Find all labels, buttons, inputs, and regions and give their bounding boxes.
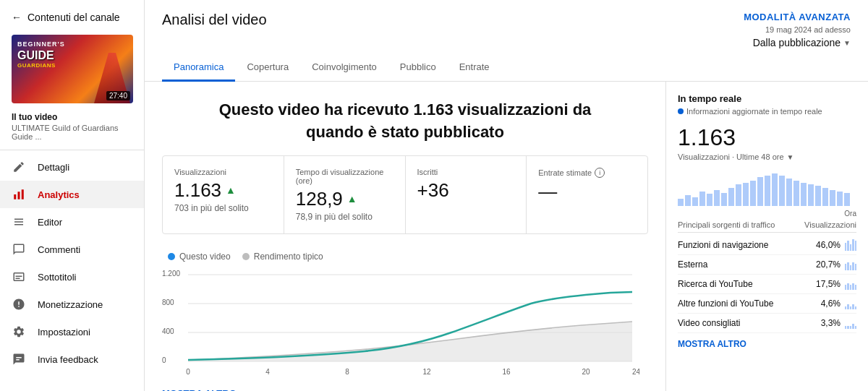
svg-rect-26: [736, 184, 741, 206]
sidebar-item-impostazioni[interactable]: Impostazioni: [0, 318, 144, 345]
sidebar-label-feedback: Invia feedback: [38, 354, 98, 365]
video-duration: 27:40: [106, 91, 130, 100]
tab-entrate[interactable]: Entrate: [448, 54, 501, 82]
chart-time-label: Ora: [678, 210, 856, 218]
stat-label-entrate: Entrate stimate i: [538, 168, 636, 178]
analytics-icon: [12, 188, 26, 201]
realtime-meta: Visualizzazioni · Ultime 48 ore ▼: [678, 152, 856, 161]
show-more-right-button[interactable]: MOSTRA ALTRO: [678, 333, 746, 355]
tab-copertura[interactable]: Copertura: [235, 54, 300, 82]
stat-delta-tempo: 78,9 in più del solito: [296, 212, 393, 222]
tab-coinvolgimento[interactable]: Coinvolgimento: [300, 54, 388, 82]
video-sublabel: ULTIMATE Guild of Guardians Guide ...: [0, 124, 144, 147]
tab-pubblico[interactable]: Pubblico: [388, 54, 448, 82]
editor-icon: [12, 215, 26, 228]
tab-bar: Panoramica Copertura Coinvolgimento Pubb…: [145, 54, 868, 82]
legend-label-typical: Rendimento tipico: [254, 252, 323, 262]
main-headline: Questo video ha ricevuto 1.163 visualizz…: [162, 82, 648, 155]
svg-rect-22: [707, 194, 712, 206]
traffic-row-pct: 46,0%: [816, 240, 841, 250]
traffic-row-name: Funzioni di navigazione: [678, 240, 816, 250]
svg-rect-24: [721, 193, 727, 206]
traffic-row-pct: 3,3%: [821, 318, 841, 328]
stat-visualizzazioni: Visualizzazioni 1.163 ▲ 703 in più del s…: [163, 156, 284, 233]
info-icon[interactable]: i: [595, 168, 605, 178]
edit-icon: [12, 160, 26, 173]
up-arrow-tempo: ▲: [347, 193, 357, 205]
realtime-title: In tempo reale: [678, 93, 856, 104]
sidebar-label-analytics: Analytics: [38, 189, 80, 200]
traffic-bar-mini: [845, 239, 856, 251]
svg-rect-28: [750, 181, 756, 206]
chart-legend: Questo video Rendimento tipico: [162, 252, 648, 267]
back-label: Contenuti del canale: [27, 12, 120, 23]
traffic-row-pct: 20,7%: [816, 259, 841, 270]
stat-delta-viz: 703 in più del solito: [174, 203, 272, 213]
svg-text:800: 800: [162, 298, 174, 306]
svg-rect-21: [699, 192, 705, 206]
stat-label-viz: Visualizzazioni: [174, 168, 272, 176]
back-button[interactable]: ← Contenuti del canale: [0, 6, 144, 29]
back-icon: ←: [12, 12, 22, 23]
sidebar-item-editor[interactable]: Editor: [0, 208, 144, 236]
svg-text:1.200: 1.200: [162, 270, 180, 278]
traffic-row: Esterna 20,7%: [678, 255, 856, 275]
sidebar-item-sottotitoli[interactable]: Sottotitoli: [0, 263, 144, 291]
realtime-sub-label: Informazioni aggiornate in tempo reale: [686, 107, 822, 116]
legend-this-video: Questo video: [168, 252, 231, 262]
svg-rect-25: [728, 188, 734, 206]
mini-chart: Ora: [678, 170, 856, 206]
svg-rect-0: [14, 194, 16, 199]
svg-rect-31: [772, 173, 778, 206]
video-thumbnail[interactable]: BEGINNER'S GUIDE GUARDIANS 27:40: [12, 35, 133, 103]
realtime-meta-label: Visualizzazioni · Ultime 48 ore: [678, 152, 784, 161]
realtime-chevron-icon[interactable]: ▼: [787, 153, 794, 161]
traffic-row-pct: 17,5%: [816, 279, 841, 289]
svg-rect-20: [692, 197, 698, 206]
traffic-row-name: Ricerca di YouTube: [678, 279, 816, 289]
svg-rect-30: [765, 176, 770, 206]
traffic-col-value: Visualizzazioni: [804, 220, 856, 229]
svg-text:16: 16: [502, 368, 511, 376]
sidebar-label-monetizzazione: Monetizzazione: [38, 299, 103, 310]
sidebar-item-analytics[interactable]: Analytics: [0, 181, 144, 208]
traffic-row: Altre funzioni di YouTube 4,6%: [678, 294, 856, 314]
video-label: Il tuo video: [0, 109, 144, 124]
svg-rect-32: [779, 176, 785, 206]
svg-rect-23: [714, 190, 720, 206]
chevron-down-icon: ▼: [843, 39, 851, 47]
svg-rect-1: [18, 192, 20, 199]
traffic-row-pct: 4,6%: [821, 298, 841, 309]
traffic-bar-mini: [845, 317, 856, 329]
show-more-button[interactable]: MOSTRA ALTRO: [162, 385, 237, 391]
tab-panoramica[interactable]: Panoramica: [162, 54, 235, 82]
chart-area: Questo video Rendimento tipico 1.200 800: [162, 246, 648, 391]
svg-text:0: 0: [162, 356, 166, 364]
advanced-mode-button[interactable]: MODALITÀ AVANZATA: [744, 12, 851, 22]
sidebar-label-sottotitoli: Sottotitoli: [38, 272, 76, 283]
legend-dot-typical: [242, 253, 250, 260]
stat-iscritti: Iscritti +36: [406, 156, 527, 233]
traffic-row-name: Video consigliati: [678, 318, 821, 328]
traffic-bar-mini: [845, 259, 856, 270]
sidebar-label-dettagli: Dettagli: [38, 162, 69, 173]
sidebar-item-feedback[interactable]: Invia feedback: [0, 345, 144, 373]
stat-value-entrate: —: [538, 181, 636, 203]
traffic-table: Funzioni di navigazione 46,0% Esterna 20…: [678, 236, 856, 333]
sidebar-item-monetizzazione[interactable]: Monetizzazione: [0, 291, 144, 318]
stat-value-iscritti: +36: [417, 179, 515, 202]
traffic-col-name: Principali sorgenti di traffico: [678, 220, 775, 229]
sidebar-item-dettagli[interactable]: Dettagli: [0, 153, 144, 181]
sidebar-divider: [0, 150, 144, 150]
date-selector[interactable]: Dalla pubblicazione ▼: [753, 37, 851, 48]
svg-rect-18: [678, 199, 684, 206]
sidebar-item-commenti[interactable]: Commenti: [0, 236, 144, 263]
traffic-row: Funzioni di navigazione 46,0%: [678, 236, 856, 255]
date-selector-label: Dalla pubblicazione: [753, 37, 841, 48]
svg-text:0: 0: [186, 368, 190, 376]
svg-text:24 ore: 24 ore: [632, 368, 639, 376]
stat-entrate: Entrate stimate i —: [527, 156, 647, 233]
subtitle-icon: [12, 270, 26, 283]
stat-label-iscritti: Iscritti: [417, 168, 515, 176]
svg-rect-29: [757, 177, 763, 206]
